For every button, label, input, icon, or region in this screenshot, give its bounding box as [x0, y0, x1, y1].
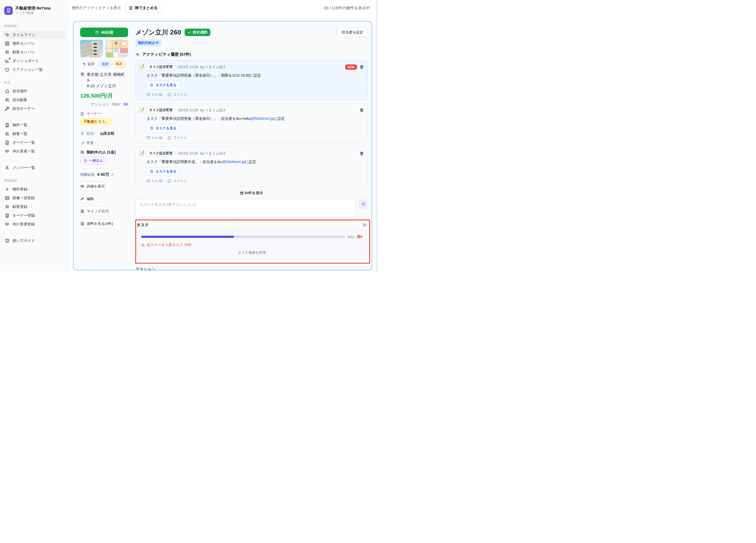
sidebar-item-label: メンバー一覧: [12, 166, 35, 170]
sidebar-item-timeline[interactable]: タイムライン: [2, 31, 66, 39]
task-progress-fill: [141, 236, 234, 238]
clipboard-icon: [150, 170, 154, 174]
previous-status-tasks-warning[interactable]: 前ステータス残タスク 29件: [141, 243, 362, 248]
building-icon: [80, 112, 84, 116]
wrench-icon: [5, 106, 10, 111]
property-detail-column: メゾン立川 260 自社成約 担当者を設定 契約手続き中 アクティビティ履歴 (…: [135, 28, 368, 265]
sidebar-item-my-owners[interactable]: 担当オーナー: [2, 105, 66, 113]
owner-label: オーナー:: [86, 111, 102, 116]
reward-label: 報酬金額:: [80, 172, 95, 177]
last-updated-label: 46分前: [101, 30, 114, 35]
activity-history-label: アクティビティ履歴 (57件): [142, 52, 191, 57]
sidebar-item-label: 物件登録: [12, 187, 27, 192]
sidebar-item-owner-register[interactable]: オーナー登録: [2, 212, 66, 220]
sidebar-item-customer-register[interactable]: 顧客登録: [2, 203, 66, 211]
like-button[interactable]: いいね: [146, 179, 163, 183]
file-text-icon: [80, 209, 84, 213]
activity-item: 📝 タスク設定変更 2月4日 10:28 by リタイム花子 タスク「重要事項説…: [135, 147, 368, 187]
tenant-name-pill[interactable]: 一杯さん: [80, 157, 107, 164]
sidebar-item-dashboard[interactable]: ダッシュボード: [2, 57, 66, 65]
trash-icon[interactable]: [359, 65, 364, 69]
org-name: くつ下不動産: [15, 11, 51, 15]
property-specs: マンション 53m² 1K: [80, 102, 128, 107]
comment-button[interactable]: コメント: [167, 179, 187, 183]
sidebar-item-label: 物件一覧: [12, 123, 27, 128]
comment-button[interactable]: コメント: [167, 135, 187, 140]
group-by-building-button[interactable]: 棟でまとめる: [125, 3, 162, 13]
sidebar-item-image-bulk-register[interactable]: 画像一括登録: [2, 194, 66, 202]
like-button[interactable]: いいね: [146, 135, 163, 140]
trash-icon[interactable]: [359, 151, 364, 156]
floor-area: 53m²: [112, 102, 120, 106]
sidebar-item-label: 画像一括登録: [12, 196, 35, 201]
send-comment-button[interactable]: [358, 200, 368, 209]
sidebar-section-register: 情報登録: [0, 179, 68, 183]
staff-name-pill[interactable]: 山田太郎: [97, 130, 118, 137]
activity-author: by リタイム花子: [200, 108, 226, 113]
sidebar-item-member-list[interactable]: メンバー一覧: [2, 164, 66, 172]
sidebar-item-property-register[interactable]: 物件登録: [2, 185, 66, 193]
file-text-icon: [80, 222, 84, 226]
app-logo-row: 不動産管理 ReTime くつ下不動産: [0, 6, 68, 15]
activity-body: タスク「重要事項説明実施（署名捺印）」：担当者をiku+neko@hitohin…: [146, 116, 364, 122]
mention-link[interactable]: @hitohineri.jp: [222, 160, 245, 164]
action-section: アクション 契約キャンセル → 募集中へ 契約締結完了 → 決済・入金待ちへ: [135, 267, 368, 271]
sidebar-section-assign: 担当: [0, 81, 68, 85]
main-area: 物件のアクティビティを表示 棟でまとめる 20 / 116件の物件を表示中 46…: [68, 0, 378, 272]
activity-date: 2月4日 10:29: [178, 65, 198, 70]
trash-icon[interactable]: [359, 108, 364, 112]
sidebar-item-reactions[interactable]: リアクション一覧: [2, 66, 66, 74]
comment-button[interactable]: コメント: [167, 92, 187, 97]
view-task-button[interactable]: タスクを見る: [146, 167, 180, 176]
view-task-button[interactable]: タスクを見る: [146, 124, 180, 133]
sidebar-item-customer-kanban[interactable]: 顧客カンバン: [2, 48, 66, 56]
manage-task-progress-link[interactable]: タスク進捗を管理: [141, 250, 362, 255]
show-detail-button[interactable]: 詳細を表示: [80, 182, 105, 191]
task-progress-card[interactable]: 5/11 残6 前ステータス残タスク 29件 タスク進捗を管理: [137, 230, 367, 260]
mysoku-export-button[interactable]: マイソク出力: [80, 207, 109, 216]
reward-row: 報酬金額: ¥ 50万: [80, 172, 128, 177]
home-icon: [5, 89, 10, 94]
gear-icon[interactable]: [362, 223, 367, 227]
user-plus-icon: [5, 205, 10, 209]
sidebar-item-my-properties[interactable]: 担当物件: [2, 87, 66, 95]
sidebar-item-customer-list[interactable]: 顧客一覧: [2, 130, 66, 138]
show-more-activities-button[interactable]: 他 54件を表示: [135, 191, 368, 196]
building-icon: [129, 6, 133, 10]
floorplan-thumbnail[interactable]: [105, 40, 128, 58]
heart-icon: [5, 67, 10, 72]
sidebar-item-owner-list[interactable]: オーナー一覧: [2, 139, 66, 147]
edit-button[interactable]: 編集: [80, 194, 94, 203]
building-icon: [5, 213, 10, 218]
change-staff-link[interactable]: 変更: [81, 141, 128, 145]
sidebar-item-broker-register[interactable]: 仲介業者登録: [2, 220, 66, 228]
scrollbar-track[interactable]: [376, 0, 378, 272]
mention-link[interactable]: @hitohineri.jp: [251, 116, 274, 121]
pencil-icon[interactable]: [111, 173, 114, 176]
sidebar-item-guide[interactable]: 使い方ガイド: [2, 237, 66, 245]
assign-staff-button[interactable]: 担当者を設定: [337, 28, 368, 37]
sidebar-item-broker-list[interactable]: 仲介業者一覧: [2, 148, 66, 155]
sidebar-item-property-list[interactable]: 物件一覧: [2, 121, 66, 129]
comment-input[interactable]: [135, 199, 356, 218]
app-logo-icon: [4, 6, 13, 15]
view-task-button[interactable]: タスクを見る: [146, 81, 180, 89]
sidebar-item-property-kanban[interactable]: 物件カンバン: [2, 40, 66, 47]
property-photo-thumbnail[interactable]: [80, 40, 103, 58]
heart-icon: [146, 179, 150, 183]
comment-row: [135, 199, 368, 218]
owner-name-pill[interactable]: 不動産たろう。: [80, 118, 112, 125]
activity-author: by リタイム花子: [200, 151, 226, 156]
sidebar-item-my-customers[interactable]: 担当顧客: [2, 96, 66, 104]
property-card: 46分前: [73, 21, 372, 271]
activity-type-chip: タスク設定変更: [146, 64, 175, 70]
handshake-icon: [5, 149, 10, 154]
comment-bubble-icon: [167, 179, 171, 183]
like-button[interactable]: いいね: [146, 92, 163, 97]
tenants-label: 契約中の人 (1名): [87, 150, 116, 155]
sidebar-item-label: 担当オーナー: [12, 106, 35, 111]
view-documents-button[interactable]: 資料を見る(3件): [80, 219, 113, 228]
staff-label: 担当:: [86, 131, 95, 136]
reward-value: ¥ 50万: [97, 172, 109, 177]
sidebar-item-label: 使い方ガイド: [12, 239, 35, 243]
